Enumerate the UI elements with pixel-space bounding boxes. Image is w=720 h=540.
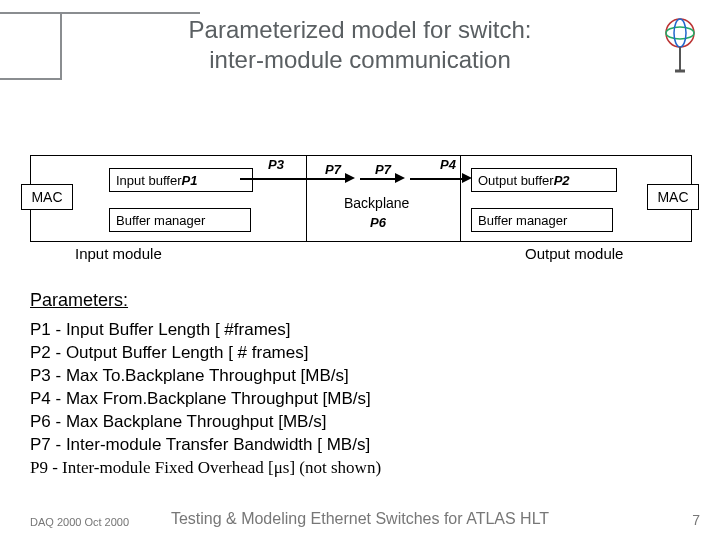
p4-label: P4 [440, 157, 456, 172]
backplane-label: Backplane [344, 195, 409, 211]
slide-title: Parameterized model for switch: inter-mo… [120, 15, 600, 75]
param-p9: P9 - Inter-module Fixed Overhead [μs] (n… [30, 457, 690, 480]
input-buffer: Input buffer P1 [109, 168, 253, 192]
arrowhead-2 [395, 173, 405, 183]
output-module-box: Output buffer P2 Buffer manager MAC [460, 155, 692, 242]
parameters-section: Parameters: P1 - Input Buffer Length [ #… [30, 290, 690, 480]
rule-top [0, 12, 200, 14]
rule-vertical [60, 12, 62, 80]
arrowhead-1 [345, 173, 355, 183]
svg-point-0 [666, 19, 694, 47]
svg-point-1 [666, 27, 694, 39]
arrowhead-3 [462, 173, 472, 183]
p1-label: P1 [182, 173, 198, 188]
arrow-center-to-out [410, 178, 465, 180]
title-line2: inter-module communication [209, 46, 510, 73]
switch-diagram: MAC Input buffer P1 Buffer manager Outpu… [30, 155, 690, 265]
output-buffer: Output buffer P2 [471, 168, 617, 192]
footer-page-number: 7 [692, 512, 700, 528]
buffer-manager-in: Buffer manager [109, 208, 251, 232]
mac-right: MAC [647, 184, 699, 210]
output-module-label: Output module [525, 245, 623, 262]
buffer-manager-out-label: Buffer manager [478, 213, 567, 228]
output-buffer-label: Output buffer [478, 173, 554, 188]
input-module-box: MAC Input buffer P1 Buffer manager [30, 155, 307, 242]
param-p3: P3 - Max To.Backplane Throughput [MB/s] [30, 365, 690, 388]
param-p2: P2 - Output Buffer Length [ # frames] [30, 342, 690, 365]
mac-right-label: MAC [657, 189, 688, 205]
footer-center: Testing & Modeling Ethernet Switches for… [0, 510, 720, 528]
input-module-label: Input module [75, 245, 162, 262]
param-p1: P1 - Input Buffer Length [ #frames] [30, 319, 690, 342]
p6-label: P6 [370, 215, 386, 230]
p2-label: P2 [554, 173, 570, 188]
mac-left: MAC [21, 184, 73, 210]
input-buffer-label: Input buffer [116, 173, 182, 188]
arrow-center-inner-1 [360, 178, 395, 180]
atlas-logo-icon [660, 15, 700, 75]
param-p7: P7 - Inter-module Transfer Bandwidth [ M… [30, 434, 690, 457]
p7-label-1: P7 [325, 162, 341, 177]
rule-left [0, 78, 60, 80]
buffer-manager-out: Buffer manager [471, 208, 613, 232]
parameters-heading: Parameters: [30, 290, 690, 311]
param-p4: P4 - Max From.Backplane Throughput [MB/s… [30, 388, 690, 411]
param-p6: P6 - Max Backplane Throughput [MB/s] [30, 411, 690, 434]
p3-label: P3 [268, 157, 284, 172]
arrow-in-to-center [240, 178, 345, 180]
mac-left-label: MAC [31, 189, 62, 205]
title-line1: Parameterized model for switch: [189, 16, 532, 43]
buffer-manager-in-label: Buffer manager [116, 213, 205, 228]
p7-label-2: P7 [375, 162, 391, 177]
svg-point-2 [674, 19, 686, 47]
